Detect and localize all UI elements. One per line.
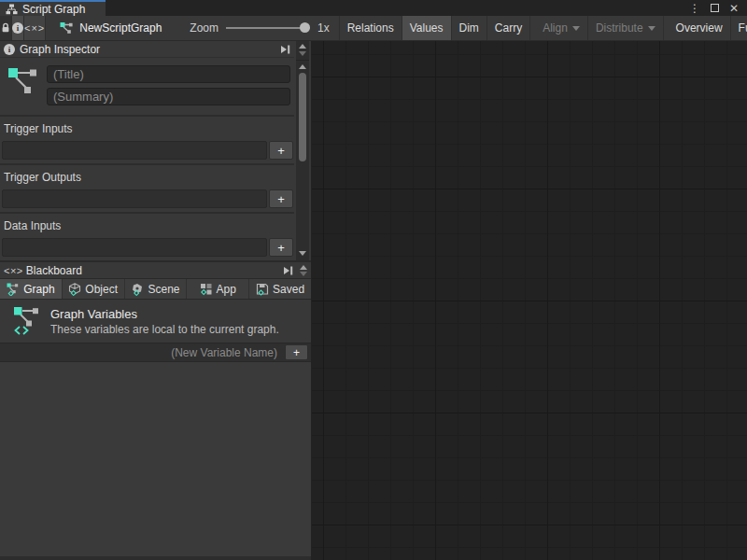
carry-button[interactable]: Carry [487,16,530,40]
fullscreen-button[interactable]: Full S [731,16,747,40]
chevron-down-icon [572,26,580,31]
scroll-down-icon[interactable] [300,272,307,276]
add-variable-button[interactable]: + [285,344,308,360]
tab-graph[interactable]: Graph [0,279,62,299]
tab-label: Object [85,283,118,296]
data-inputs-list [2,238,267,257]
blackboard-header: <×> Blackboard [0,260,311,278]
code-icon: <×> [4,265,23,276]
info-icon: i [12,22,23,34]
overview-button[interactable]: Overview [669,16,731,40]
graph-variables-info: Graph Variables These variables are loca… [0,300,311,343]
lock-button[interactable] [0,16,12,40]
data-inputs-label: Data Inputs [0,212,294,236]
blackboard-scroll-arrows[interactable] [300,265,307,276]
scrollbar-up-arrow[interactable] [299,64,306,69]
graph-variables-description: These variables are local to the current… [50,323,279,336]
tab-object[interactable]: Object [63,279,124,299]
graph-inspector-header: i Graph Inspector [0,41,294,58]
tab-scene[interactable]: Scene [125,279,187,299]
summary-field[interactable]: (Summary) [47,88,290,105]
dim-button[interactable]: Dim [452,16,487,40]
script-graph-icon [7,65,39,105]
add-trigger-output-button[interactable]: + [269,189,293,208]
scroll-up-icon[interactable] [300,265,307,270]
align-label: Align [543,21,568,35]
lock-icon [0,22,11,34]
distribute-dropdown[interactable]: Distribute [588,16,664,40]
maximize-icon[interactable] [711,4,719,12]
title-field[interactable]: (Title) [47,65,290,83]
graph-tab-icon [7,283,20,296]
tab-app[interactable]: App [187,279,248,299]
tab-label: Saved [273,283,304,296]
graph-canvas[interactable] [312,41,747,560]
graph-title: NewScriptGraph [60,16,162,40]
trigger-inputs-label: Trigger Inputs [0,115,294,139]
new-variable-row: (New Variable Name) + [0,343,311,362]
add-data-input-button[interactable]: + [269,238,293,257]
scene-icon [131,283,144,296]
close-icon[interactable]: ✕ [729,3,739,14]
tab-script-graph[interactable]: Script Graph [0,0,106,16]
graph-name-label: NewScriptGraph [79,21,162,35]
scrollbar-down-arrow[interactable] [299,251,306,256]
distribute-label: Distribute [596,21,643,35]
graph-toolbar: i <×> NewScriptGraph Zoom 1x Relations V… [0,16,747,41]
trigger-outputs-label: Trigger Outputs [0,163,294,188]
values-button[interactable]: Values [402,16,452,40]
scroll-up-icon[interactable] [299,44,306,49]
relations-label: Relations [347,21,394,35]
trigger-inputs-row: + [2,141,293,160]
zoom-label: Zoom [190,21,218,35]
graph-variables-icon [13,306,41,336]
tab-label: Graph [23,283,54,296]
scroll-pager[interactable] [296,41,309,61]
data-inputs-row: + [2,238,293,257]
trigger-outputs-list [2,189,267,208]
overview-label: Overview [676,21,723,35]
graph-variables-title: Graph Variables [50,307,279,321]
hierarchy-icon [6,4,18,15]
scrollbar-thumb[interactable] [299,73,306,161]
zoom-slider-handle[interactable] [300,22,310,33]
fullscreen-label: Full S [739,21,747,35]
tab-saved[interactable]: Saved [249,279,311,299]
graph-meta-fields: (Title) (Summary) [0,58,294,111]
blackboard-toggle-button[interactable]: <×> [24,16,46,40]
inspector-scrollbar[interactable] [296,41,309,260]
carry-label: Carry [495,21,522,35]
trigger-outputs-row: + [2,189,293,208]
new-variable-name-input[interactable]: (New Variable Name) [4,346,285,359]
zoom-slider[interactable] [226,27,310,29]
save-icon [256,283,269,296]
chevron-down-icon [648,26,655,31]
code-icon: <×> [24,22,45,34]
variables-list-area[interactable] [0,362,311,556]
blackboard-tabs: Graph Object [0,278,311,300]
window-controls: ⋮ ✕ [689,0,747,16]
graph-inspector-toggle-button[interactable]: i [12,16,24,40]
values-label: Values [410,21,444,35]
trigger-inputs-list [2,141,267,160]
left-panel: i Graph Inspector [0,41,312,560]
graph-inspector-panel: i Graph Inspector [0,41,311,260]
cube-icon [68,283,81,296]
align-dropdown[interactable]: Align [535,16,588,40]
fields-column: (Title) (Summary) [47,65,290,105]
script-graph-icon [60,21,74,35]
scroll-down-icon[interactable] [299,51,306,56]
dock-panel-icon[interactable] [280,45,290,54]
more-menu-icon[interactable]: ⋮ [689,3,700,14]
zoom-value: 1x [317,21,330,35]
add-trigger-input-button[interactable]: + [269,141,293,160]
dock-panel-icon[interactable] [283,266,293,275]
info-icon: i [4,44,15,55]
graph-inspector-title: Graph Inspector [20,43,100,56]
dim-label: Dim [459,21,479,35]
relations-button[interactable]: Relations [339,16,402,40]
panel-bottom-edge [0,556,311,560]
tab-label: Scene [148,283,179,296]
zoom-control: Zoom 1x [190,16,329,40]
window-tab-bar: Script Graph ⋮ ✕ [0,0,747,16]
